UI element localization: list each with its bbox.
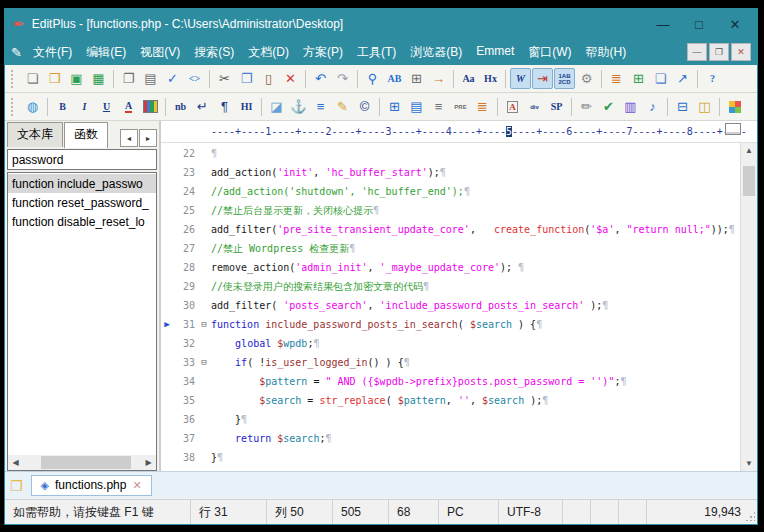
heading-icon[interactable]: HI: [236, 96, 257, 117]
document-tab-functions-php[interactable]: ◈ functions.php ✕: [31, 475, 152, 496]
hscroll-thumb[interactable]: [41, 456, 131, 469]
code-line[interactable]: 25//禁止后台显示更新，关闭核心提示¶: [161, 201, 740, 220]
code-line[interactable]: 38}¶: [161, 448, 740, 467]
nbsp-icon[interactable]: nb: [170, 96, 191, 117]
mdi-minimize-button[interactable]: —: [687, 43, 707, 61]
paste-icon[interactable]: ▯: [258, 68, 279, 89]
function-list-item[interactable]: function include_passwo: [8, 174, 156, 193]
goto-line-icon[interactable]: →: [428, 68, 449, 89]
form-elements-icon[interactable]: ◫: [694, 96, 715, 117]
menu-item-浏览器(B)[interactable]: 浏览器(B): [403, 41, 469, 64]
minimize-button[interactable]: —: [645, 11, 681, 37]
redo-icon[interactable]: ↷: [332, 68, 353, 89]
vscroll-down-arrow-icon[interactable]: ▼: [745, 456, 753, 471]
change-case-icon[interactable]: Aa: [458, 68, 479, 89]
hscroll-right-arrow-icon[interactable]: ▶: [141, 458, 156, 467]
anchor-icon[interactable]: ⚓: [288, 96, 309, 117]
menu-item-帮助(H)[interactable]: 帮助(H): [579, 41, 634, 64]
context-help-icon[interactable]: ?: [702, 68, 723, 89]
code-line[interactable]: 33⊟ if( !is_user_logged_in() ) {¶: [161, 353, 740, 372]
menu-item-文档(D)[interactable]: 文档(D): [241, 41, 296, 64]
music-icon[interactable]: ♪: [642, 96, 663, 117]
directory-window-icon[interactable]: ❒: [10, 478, 23, 494]
vscroll-track[interactable]: [741, 158, 757, 456]
code-line[interactable]: 32 global $wpdb;¶: [161, 334, 740, 353]
list-tag-icon[interactable]: ≣: [472, 96, 493, 117]
vscroll-up-arrow-icon[interactable]: ▲: [745, 143, 753, 158]
center-icon[interactable]: ≡: [428, 96, 449, 117]
print-preview-icon[interactable]: ❐: [118, 68, 139, 89]
sidebar-tab-functions[interactable]: 函数: [64, 122, 108, 148]
save-all-icon[interactable]: ▦: [88, 68, 109, 89]
menu-item-工具(T)[interactable]: 工具(T): [350, 41, 403, 64]
replace-icon[interactable]: AB: [384, 68, 405, 89]
font-color-icon[interactable]: A: [118, 96, 139, 117]
code-line[interactable]: 29//使未登录用户的搜索结果包含加密文章的代码¶: [161, 277, 740, 296]
window-split-handle[interactable]: [725, 123, 741, 135]
function-filter-input[interactable]: [7, 149, 157, 170]
paragraph-align-icon[interactable]: ▤: [406, 96, 427, 117]
code-line[interactable]: 23add_action('init', 'hc_buffer_start');…: [161, 163, 740, 182]
script-edit-icon[interactable]: ✏: [576, 96, 597, 117]
script-check-icon[interactable]: ✔: [598, 96, 619, 117]
color-palette-icon[interactable]: [140, 96, 161, 117]
code-line[interactable]: 30add_filter( 'posts_search', 'include_p…: [161, 296, 740, 315]
browser-globe-icon[interactable]: ◍: [22, 96, 43, 117]
hscroll-left-arrow-icon[interactable]: ◀: [8, 458, 23, 467]
spell-check-icon[interactable]: ✓: [162, 68, 183, 89]
print-icon[interactable]: ▤: [140, 68, 161, 89]
menu-item-窗口(W)[interactable]: 窗口(W): [521, 41, 578, 64]
delete-icon[interactable]: ✕: [280, 68, 301, 89]
close-button[interactable]: ✕: [717, 11, 753, 37]
horizontal-rule-icon[interactable]: ≡: [310, 96, 331, 117]
open-in-browser-icon[interactable]: ↗: [672, 68, 693, 89]
toolbar-grip[interactable]: [11, 70, 17, 88]
code-line[interactable]: 27//禁止 Wordpress 检查更新¶: [161, 239, 740, 258]
code-line[interactable]: 22¶: [161, 144, 740, 163]
code-line[interactable]: 26add_filter('pre_site_transient_update_…: [161, 220, 740, 239]
copy-icon[interactable]: ❐: [236, 68, 257, 89]
undo-icon[interactable]: ↶: [310, 68, 331, 89]
copyright-icon[interactable]: ©: [354, 96, 375, 117]
hscroll-track[interactable]: [23, 455, 141, 470]
code-line[interactable]: 39¶: [161, 467, 740, 471]
code-line[interactable]: ▶31⊟function include_password_posts_in_s…: [161, 315, 740, 334]
span-tag-icon[interactable]: SP: [546, 96, 567, 117]
browser-preview-icon[interactable]: ❏: [650, 68, 671, 89]
open-file-icon[interactable]: ❒: [44, 68, 65, 89]
find-in-files-icon[interactable]: ⊞: [406, 68, 427, 89]
function-list-item[interactable]: function reset_password_: [8, 193, 156, 212]
bold-icon[interactable]: B: [52, 96, 73, 117]
italic-icon[interactable]: I: [74, 96, 95, 117]
window-list-icon[interactable]: ⊞: [628, 68, 649, 89]
code-area[interactable]: 22¶23add_action('init', 'hc_buffer_start…: [161, 143, 740, 471]
line-break-icon[interactable]: ↵: [192, 96, 213, 117]
code-line[interactable]: 35 $search = str_replace( $pattern, '', …: [161, 391, 740, 410]
line-number-icon[interactable]: 1AB 2CD: [554, 68, 575, 89]
fold-collapse-icon[interactable]: ⊟: [197, 353, 211, 372]
div-tag-icon[interactable]: div: [524, 96, 545, 117]
word-wrap-icon[interactable]: W: [510, 68, 531, 89]
menu-item-搜索(S)[interactable]: 搜索(S): [187, 41, 241, 64]
code-line[interactable]: 37 return $search;¶: [161, 429, 740, 448]
image-icon[interactable]: ◪: [266, 96, 287, 117]
code-line[interactable]: 36 }¶: [161, 410, 740, 429]
menu-item-编辑(E)[interactable]: 编辑(E): [79, 41, 133, 64]
underline-icon[interactable]: U: [96, 96, 117, 117]
note-edit-icon[interactable]: ✎: [332, 96, 353, 117]
maximize-button[interactable]: □: [681, 11, 717, 37]
settings-icon[interactable]: ⚙: [576, 68, 597, 89]
document-tab-list-icon[interactable]: ≣: [606, 68, 627, 89]
font-tag-icon[interactable]: A: [502, 96, 523, 117]
paragraph-mark-icon[interactable]: ¶: [214, 96, 235, 117]
mdi-restore-button[interactable]: ❐: [709, 43, 729, 61]
search-icon[interactable]: ⚲: [362, 68, 383, 89]
menu-item-Emmet[interactable]: Emmet: [469, 41, 521, 64]
toolbar-grip[interactable]: [11, 98, 17, 116]
menu-item-视图(V)[interactable]: 视图(V): [133, 41, 187, 64]
windows-colors-icon[interactable]: [724, 96, 745, 117]
html-tag-icon[interactable]: <>: [184, 68, 205, 89]
table-icon[interactable]: ⊞: [384, 96, 405, 117]
sidebar-tab-scroll-right[interactable]: ▸: [139, 129, 157, 147]
tab-close-icon[interactable]: ✕: [132, 479, 141, 492]
